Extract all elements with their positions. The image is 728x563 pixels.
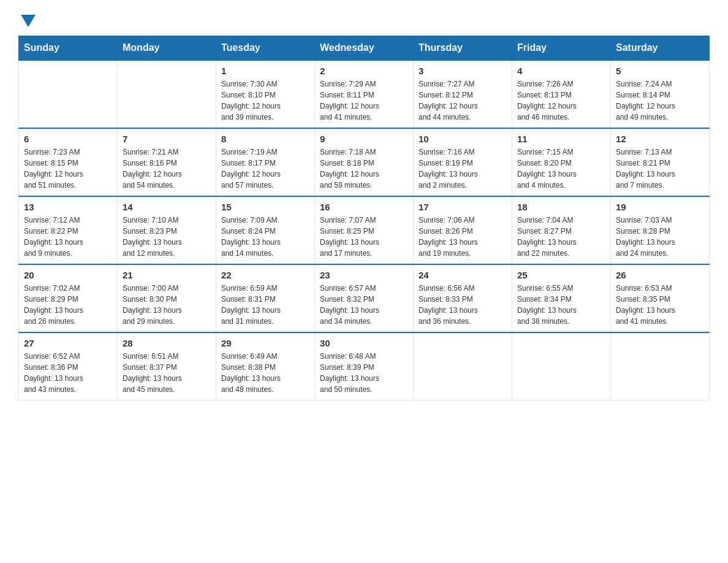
day-number: 25 bbox=[517, 270, 605, 280]
calendar-cell: 28Sunrise: 6:51 AM Sunset: 8:37 PM Dayli… bbox=[118, 332, 216, 400]
weekday-header-tuesday: Tuesday bbox=[216, 36, 315, 61]
weekday-header-thursday: Thursday bbox=[414, 36, 512, 61]
day-info: Sunrise: 7:21 AM Sunset: 8:16 PM Dayligh… bbox=[123, 147, 211, 191]
day-number: 9 bbox=[320, 134, 408, 144]
day-info: Sunrise: 7:15 AM Sunset: 8:20 PM Dayligh… bbox=[517, 147, 605, 191]
day-info: Sunrise: 7:13 AM Sunset: 8:21 PM Dayligh… bbox=[616, 147, 704, 191]
day-number: 28 bbox=[123, 338, 211, 348]
day-number: 24 bbox=[419, 270, 507, 280]
calendar-cell: 17Sunrise: 7:06 AM Sunset: 8:26 PM Dayli… bbox=[414, 196, 512, 264]
day-number: 30 bbox=[320, 338, 408, 348]
day-info: Sunrise: 7:00 AM Sunset: 8:30 PM Dayligh… bbox=[123, 283, 211, 327]
calendar-cell: 23Sunrise: 6:57 AM Sunset: 8:32 PM Dayli… bbox=[315, 264, 414, 332]
calendar-cell: 2Sunrise: 7:29 AM Sunset: 8:11 PM Daylig… bbox=[315, 60, 414, 128]
calendar-cell: 7Sunrise: 7:21 AM Sunset: 8:16 PM Daylig… bbox=[118, 128, 216, 196]
calendar-cell bbox=[414, 332, 512, 400]
day-info: Sunrise: 7:04 AM Sunset: 8:27 PM Dayligh… bbox=[517, 215, 605, 259]
calendar-cell: 10Sunrise: 7:16 AM Sunset: 8:19 PM Dayli… bbox=[414, 128, 512, 196]
day-number: 8 bbox=[221, 134, 309, 144]
day-info: Sunrise: 6:55 AM Sunset: 8:34 PM Dayligh… bbox=[517, 283, 605, 327]
calendar-table: SundayMondayTuesdayWednesdayThursdayFrid… bbox=[18, 36, 710, 400]
calendar-week-row: 1Sunrise: 7:30 AM Sunset: 8:10 PM Daylig… bbox=[19, 60, 710, 128]
calendar-cell bbox=[512, 332, 611, 400]
calendar-cell: 1Sunrise: 7:30 AM Sunset: 8:10 PM Daylig… bbox=[216, 60, 315, 128]
calendar-cell: 8Sunrise: 7:19 AM Sunset: 8:17 PM Daylig… bbox=[216, 128, 315, 196]
calendar-cell: 30Sunrise: 6:48 AM Sunset: 8:39 PM Dayli… bbox=[315, 332, 414, 400]
calendar-week-row: 6Sunrise: 7:23 AM Sunset: 8:15 PM Daylig… bbox=[19, 128, 710, 196]
calendar-cell: 26Sunrise: 6:53 AM Sunset: 8:35 PM Dayli… bbox=[611, 264, 710, 332]
weekday-header-friday: Friday bbox=[512, 36, 611, 61]
day-number: 2 bbox=[320, 66, 408, 76]
day-number: 21 bbox=[123, 270, 211, 280]
day-info: Sunrise: 7:06 AM Sunset: 8:26 PM Dayligh… bbox=[419, 215, 507, 259]
day-info: Sunrise: 6:59 AM Sunset: 8:31 PM Dayligh… bbox=[221, 283, 309, 327]
calendar-cell: 14Sunrise: 7:10 AM Sunset: 8:23 PM Dayli… bbox=[118, 196, 216, 264]
calendar-week-row: 13Sunrise: 7:12 AM Sunset: 8:22 PM Dayli… bbox=[19, 196, 710, 264]
day-info: Sunrise: 6:49 AM Sunset: 8:38 PM Dayligh… bbox=[221, 351, 309, 395]
day-info: Sunrise: 7:07 AM Sunset: 8:25 PM Dayligh… bbox=[320, 215, 408, 259]
calendar-cell: 25Sunrise: 6:55 AM Sunset: 8:34 PM Dayli… bbox=[512, 264, 611, 332]
day-number: 19 bbox=[616, 202, 704, 212]
calendar-cell bbox=[611, 332, 710, 400]
calendar-week-row: 27Sunrise: 6:52 AM Sunset: 8:36 PM Dayli… bbox=[19, 332, 710, 400]
page-header bbox=[18, 12, 710, 23]
day-number: 6 bbox=[24, 134, 112, 144]
day-number: 15 bbox=[221, 202, 309, 212]
day-number: 16 bbox=[320, 202, 408, 212]
day-number: 29 bbox=[221, 338, 309, 348]
day-number: 17 bbox=[419, 202, 507, 212]
weekday-header-sunday: Sunday bbox=[19, 36, 118, 61]
day-number: 18 bbox=[517, 202, 605, 212]
calendar-cell: 22Sunrise: 6:59 AM Sunset: 8:31 PM Dayli… bbox=[216, 264, 315, 332]
calendar-cell: 6Sunrise: 7:23 AM Sunset: 8:15 PM Daylig… bbox=[19, 128, 118, 196]
day-info: Sunrise: 7:09 AM Sunset: 8:24 PM Dayligh… bbox=[221, 215, 309, 259]
day-info: Sunrise: 6:56 AM Sunset: 8:33 PM Dayligh… bbox=[419, 283, 507, 327]
day-number: 22 bbox=[221, 270, 309, 280]
calendar-cell: 4Sunrise: 7:26 AM Sunset: 8:13 PM Daylig… bbox=[512, 60, 611, 128]
day-number: 12 bbox=[616, 134, 704, 144]
day-info: Sunrise: 7:29 AM Sunset: 8:11 PM Dayligh… bbox=[320, 79, 408, 123]
calendar-cell: 19Sunrise: 7:03 AM Sunset: 8:28 PM Dayli… bbox=[611, 196, 710, 264]
calendar-cell: 15Sunrise: 7:09 AM Sunset: 8:24 PM Dayli… bbox=[216, 196, 315, 264]
day-info: Sunrise: 7:16 AM Sunset: 8:19 PM Dayligh… bbox=[419, 147, 507, 191]
day-number: 3 bbox=[419, 66, 507, 76]
weekday-header-monday: Monday bbox=[118, 36, 216, 61]
calendar-header-row: SundayMondayTuesdayWednesdayThursdayFrid… bbox=[19, 36, 710, 61]
day-info: Sunrise: 6:48 AM Sunset: 8:39 PM Dayligh… bbox=[320, 351, 408, 395]
day-info: Sunrise: 7:03 AM Sunset: 8:28 PM Dayligh… bbox=[616, 215, 704, 259]
calendar-cell: 12Sunrise: 7:13 AM Sunset: 8:21 PM Dayli… bbox=[611, 128, 710, 196]
day-number: 26 bbox=[616, 270, 704, 280]
day-info: Sunrise: 6:51 AM Sunset: 8:37 PM Dayligh… bbox=[123, 351, 211, 395]
day-info: Sunrise: 7:23 AM Sunset: 8:15 PM Dayligh… bbox=[24, 147, 112, 191]
logo bbox=[18, 12, 36, 23]
day-info: Sunrise: 7:26 AM Sunset: 8:13 PM Dayligh… bbox=[517, 79, 605, 123]
logo-triangle-icon bbox=[21, 15, 36, 27]
calendar-cell: 27Sunrise: 6:52 AM Sunset: 8:36 PM Dayli… bbox=[19, 332, 118, 400]
day-info: Sunrise: 7:30 AM Sunset: 8:10 PM Dayligh… bbox=[221, 79, 309, 123]
calendar-week-row: 20Sunrise: 7:02 AM Sunset: 8:29 PM Dayli… bbox=[19, 264, 710, 332]
calendar-cell: 13Sunrise: 7:12 AM Sunset: 8:22 PM Dayli… bbox=[19, 196, 118, 264]
day-info: Sunrise: 7:12 AM Sunset: 8:22 PM Dayligh… bbox=[24, 215, 112, 259]
day-number: 11 bbox=[517, 134, 605, 144]
calendar-cell bbox=[19, 60, 118, 128]
day-number: 7 bbox=[123, 134, 211, 144]
calendar-cell: 5Sunrise: 7:24 AM Sunset: 8:14 PM Daylig… bbox=[611, 60, 710, 128]
day-info: Sunrise: 7:18 AM Sunset: 8:18 PM Dayligh… bbox=[320, 147, 408, 191]
day-info: Sunrise: 7:24 AM Sunset: 8:14 PM Dayligh… bbox=[616, 79, 704, 123]
day-number: 4 bbox=[517, 66, 605, 76]
day-number: 14 bbox=[123, 202, 211, 212]
day-info: Sunrise: 6:52 AM Sunset: 8:36 PM Dayligh… bbox=[24, 351, 112, 395]
weekday-header-wednesday: Wednesday bbox=[315, 36, 414, 61]
day-number: 1 bbox=[221, 66, 309, 76]
day-info: Sunrise: 7:02 AM Sunset: 8:29 PM Dayligh… bbox=[24, 283, 112, 327]
day-number: 10 bbox=[419, 134, 507, 144]
day-info: Sunrise: 6:57 AM Sunset: 8:32 PM Dayligh… bbox=[320, 283, 408, 327]
calendar-cell bbox=[118, 60, 216, 128]
day-info: Sunrise: 7:19 AM Sunset: 8:17 PM Dayligh… bbox=[221, 147, 309, 191]
calendar-cell: 20Sunrise: 7:02 AM Sunset: 8:29 PM Dayli… bbox=[19, 264, 118, 332]
calendar-cell: 21Sunrise: 7:00 AM Sunset: 8:30 PM Dayli… bbox=[118, 264, 216, 332]
weekday-header-saturday: Saturday bbox=[611, 36, 710, 61]
day-info: Sunrise: 7:10 AM Sunset: 8:23 PM Dayligh… bbox=[123, 215, 211, 259]
calendar-cell: 16Sunrise: 7:07 AM Sunset: 8:25 PM Dayli… bbox=[315, 196, 414, 264]
calendar-cell: 24Sunrise: 6:56 AM Sunset: 8:33 PM Dayli… bbox=[414, 264, 512, 332]
